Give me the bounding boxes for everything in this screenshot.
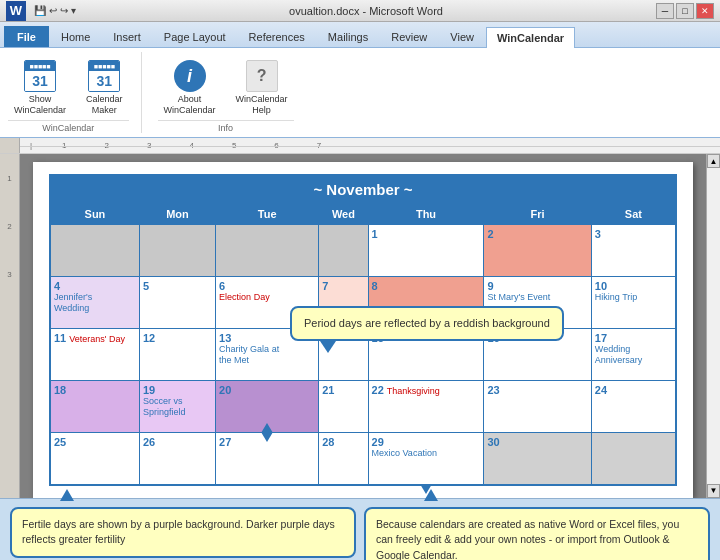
tab-view[interactable]: View bbox=[439, 26, 485, 47]
cell-empty-3 bbox=[216, 225, 319, 277]
wincalendar-help-label: WinCalendarHelp bbox=[236, 94, 288, 116]
event-mexico-vacation: Mexico Vacation bbox=[372, 448, 481, 459]
period-days-callout: Period days are reflected by a reddish b… bbox=[290, 306, 564, 341]
cell-empty-last bbox=[591, 433, 676, 485]
day-number-4: 4 bbox=[54, 280, 136, 292]
cell-nov-1: 1 bbox=[368, 225, 484, 277]
calendar-title-row: ~ November ~ bbox=[50, 175, 676, 204]
calendar-week-4: 18 19 Soccer vsSpringfield 20 21 bbox=[50, 381, 676, 433]
calendar-maker-icon: ■■■■■ 31 bbox=[88, 60, 120, 92]
about-wincalendar-icon: i bbox=[174, 60, 206, 92]
event-soccer: Soccer vsSpringfield bbox=[143, 396, 212, 418]
header-mon: Mon bbox=[139, 204, 215, 225]
show-wincalendar-label: ShowWinCalendar bbox=[14, 94, 66, 116]
day-number-7: 7 bbox=[322, 280, 364, 292]
quick-access-toolbar: 💾 ↩ ↪ ▾ bbox=[34, 5, 76, 16]
day-number-26: 26 bbox=[143, 436, 212, 448]
fertile-days-callout: Fertile days are shown by a purple backg… bbox=[10, 507, 356, 559]
document-area: Period days are reflected by a reddish b… bbox=[20, 154, 706, 498]
fertile-days-callout-container: Fertile days are shown by a purple backg… bbox=[10, 507, 356, 561]
arrow-down-20 bbox=[261, 432, 273, 442]
fertile-days-text: Fertile days are shown by a purple backg… bbox=[22, 518, 335, 546]
calendar-maker-button[interactable]: ■■■■■ 31 CalendarMaker bbox=[80, 56, 129, 120]
cell-nov-24: 24 bbox=[591, 381, 676, 433]
undo-icon[interactable]: ↩ bbox=[49, 5, 57, 16]
day-number-28: 28 bbox=[322, 436, 364, 448]
excel-callout-text: Because calendars are created as native … bbox=[376, 518, 679, 561]
cell-nov-30: 30 bbox=[484, 433, 591, 485]
day-number-21: 21 bbox=[322, 384, 364, 396]
tab-references[interactable]: References bbox=[238, 26, 316, 47]
word-icon: W bbox=[6, 1, 26, 21]
title-bar: W 💾 ↩ ↪ ▾ ovualtion.docx - Microsoft Wor… bbox=[0, 0, 720, 22]
event-wedding-anniversary: WeddingAnniversary bbox=[595, 344, 672, 366]
day-number-3: 3 bbox=[595, 228, 672, 240]
cell-nov-11: 11 Veterans' Day bbox=[50, 329, 139, 381]
fertile-callout-arrow bbox=[60, 489, 74, 501]
cell-nov-29: 29 Mexico Vacation bbox=[368, 433, 484, 485]
header-tue: Tue bbox=[216, 204, 319, 225]
window-title: ovualtion.docx - Microsoft Word bbox=[76, 5, 656, 17]
about-wincalendar-label: AboutWinCalendar bbox=[164, 94, 216, 116]
period-days-tooltip: Period days are reflected by a reddish b… bbox=[290, 306, 564, 341]
calendar-week-1: 1 2 3 bbox=[50, 225, 676, 277]
maximize-button[interactable]: □ bbox=[676, 3, 694, 19]
tab-page-layout[interactable]: Page Layout bbox=[153, 26, 237, 47]
scroll-up-button[interactable]: ▲ bbox=[707, 154, 720, 168]
day-number-8: 8 bbox=[372, 280, 481, 292]
about-wincalendar-button[interactable]: i AboutWinCalendar bbox=[158, 56, 222, 120]
period-days-text: Period days are reflected by a reddish b… bbox=[304, 317, 550, 329]
cell-nov-23: 23 bbox=[484, 381, 591, 433]
ribbon-tabs: File Home Insert Page Layout References … bbox=[0, 22, 720, 48]
tab-file[interactable]: File bbox=[4, 26, 49, 47]
event-thanksgiving: Thanksgiving bbox=[387, 386, 440, 396]
calendar-week-5: 25 26 27 28 29 bbox=[50, 433, 676, 485]
tab-home[interactable]: Home bbox=[50, 26, 101, 47]
wincalendar-group-label: WinCalendar bbox=[8, 120, 129, 133]
cell-nov-12: 12 bbox=[139, 329, 215, 381]
cell-empty-1 bbox=[50, 225, 139, 277]
day-number-18: 18 bbox=[54, 384, 136, 396]
tab-mailings[interactable]: Mailings bbox=[317, 26, 379, 47]
scroll-down-button[interactable]: ▼ bbox=[707, 484, 720, 498]
save-icon[interactable]: 💾 bbox=[34, 5, 46, 16]
cell-nov-28: 28 bbox=[319, 433, 368, 485]
day-number-9: 9 bbox=[487, 280, 587, 292]
day-number-11: 11 bbox=[54, 332, 66, 344]
arrow-down-29 bbox=[420, 484, 432, 494]
event-election-day: Election Day bbox=[219, 292, 315, 302]
cell-nov-5: 5 bbox=[139, 277, 215, 329]
tooltip-arrow bbox=[320, 341, 336, 353]
cell-nov-10: 10 Hiking Trip bbox=[591, 277, 676, 329]
tab-review[interactable]: Review bbox=[380, 26, 438, 47]
cell-empty-4 bbox=[319, 225, 368, 277]
event-veterans-day: Veterans' Day bbox=[69, 334, 125, 344]
close-button[interactable]: ✕ bbox=[696, 3, 714, 19]
wincalendar-help-button[interactable]: ? WinCalendarHelp bbox=[230, 56, 294, 120]
title-bar-left: W 💾 ↩ ↪ ▾ bbox=[6, 1, 76, 21]
excel-callout: Because calendars are created as native … bbox=[364, 507, 710, 561]
cell-nov-26: 26 bbox=[139, 433, 215, 485]
window-controls: ─ □ ✕ bbox=[656, 3, 714, 19]
minimize-button[interactable]: ─ bbox=[656, 3, 674, 19]
cell-nov-18: 18 bbox=[50, 381, 139, 433]
show-wincalendar-button[interactable]: ■■■■■ 31 ShowWinCalendar bbox=[8, 56, 72, 120]
bottom-callouts-area: Fertile days are shown by a purple backg… bbox=[0, 498, 720, 561]
cell-nov-22: 22 Thanksgiving bbox=[368, 381, 484, 433]
cell-nov-25: 25 bbox=[50, 433, 139, 485]
day-number-29: 29 bbox=[372, 436, 481, 448]
day-number-12: 12 bbox=[143, 332, 212, 344]
header-sun: Sun bbox=[50, 204, 139, 225]
cell-nov-3: 3 bbox=[591, 225, 676, 277]
calendar-header-row: Sun Mon Tue Wed Thu Fri Sat bbox=[50, 204, 676, 225]
excel-callout-container: Because calendars are created as native … bbox=[364, 507, 710, 561]
scrollbar-vertical[interactable]: ▲ ▼ bbox=[706, 154, 720, 498]
tab-insert[interactable]: Insert bbox=[102, 26, 152, 47]
tab-wincalendar[interactable]: WinCalendar bbox=[486, 27, 575, 48]
cell-nov-2: 2 bbox=[484, 225, 591, 277]
day-number-19: 19 bbox=[143, 384, 212, 396]
info-group-label: Info bbox=[158, 120, 294, 133]
wincalendar-help-icon: ? bbox=[246, 60, 278, 92]
event-hiking-trip: Hiking Trip bbox=[595, 292, 672, 303]
redo-icon[interactable]: ↪ bbox=[60, 5, 68, 16]
